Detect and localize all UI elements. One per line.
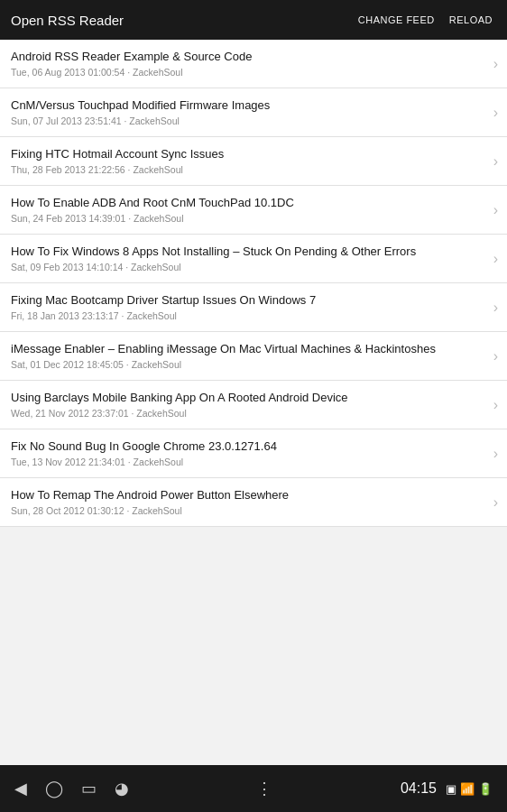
list-item[interactable]: How To Fix Windows 8 Apps Not Installing… bbox=[0, 235, 507, 283]
app-title: Open RSS Reader bbox=[11, 13, 124, 28]
screenshot-icon: ▣ bbox=[446, 782, 456, 796]
bottom-right: 04:15 ▣ 📶 🔋 bbox=[401, 780, 493, 797]
chevron-right-icon: › bbox=[493, 56, 498, 72]
feed-item-title: iMessage Enabler – Enabling iMessage On … bbox=[11, 342, 475, 357]
nav-icons: ◀ ◯ ▭ ◕ bbox=[14, 779, 129, 798]
chevron-right-icon: › bbox=[493, 251, 498, 267]
feed-item-title: Fixing HTC Hotmail Account Sync Issues bbox=[11, 147, 475, 162]
chevron-right-icon: › bbox=[493, 348, 498, 364]
feed-item-meta: Sat, 01 Dec 2012 18:45:05 · ZackehSoul bbox=[11, 359, 475, 370]
feed-item-title: How To Remap The Android Power Button El… bbox=[11, 488, 475, 503]
battery-icon: 🔋 bbox=[478, 782, 493, 796]
feed-item-title: Using Barclays Mobile Banking App On A R… bbox=[11, 391, 475, 406]
back-icon[interactable]: ◀ bbox=[14, 779, 27, 798]
top-bar: Open RSS Reader CHANGE FEED RELOAD bbox=[0, 0, 507, 40]
list-item[interactable]: iMessage Enabler – Enabling iMessage On … bbox=[0, 332, 507, 381]
recents-icon[interactable]: ▭ bbox=[81, 779, 97, 798]
list-item[interactable]: How To Enable ADB And Root CnM TouchPad … bbox=[0, 186, 507, 235]
bottom-bar: ◀ ◯ ▭ ◕ ⋮ 04:15 ▣ 📶 🔋 bbox=[0, 765, 507, 812]
status-icons: ▣ 📶 🔋 bbox=[446, 782, 493, 796]
list-item[interactable]: Fixing Mac Bootcamp Driver Startup Issue… bbox=[0, 283, 507, 332]
feed-list: Android RSS Reader Example & Source Code… bbox=[0, 40, 507, 765]
feed-item-title: Fixing Mac Bootcamp Driver Startup Issue… bbox=[11, 293, 475, 309]
feed-item-meta: Sun, 24 Feb 2013 14:39:01 · ZackehSoul bbox=[11, 213, 475, 224]
chevron-right-icon: › bbox=[493, 153, 498, 170]
list-item[interactable]: Fix No Sound Bug In Google Chrome 23.0.1… bbox=[0, 429, 507, 478]
list-item[interactable]: Fixing HTC Hotmail Account Sync IssuesTh… bbox=[0, 137, 507, 186]
change-feed-button[interactable]: CHANGE FEED bbox=[355, 11, 438, 29]
feed-item-meta: Sun, 28 Oct 2012 01:30:12 · ZackehSoul bbox=[11, 505, 475, 516]
feed-item-meta: Tue, 13 Nov 2012 21:34:01 · ZackehSoul bbox=[11, 457, 475, 467]
chevron-right-icon: › bbox=[493, 397, 498, 413]
chevron-right-icon: › bbox=[493, 202, 498, 218]
list-item[interactable]: CnM/Versus Touchpad Modified Firmware Im… bbox=[0, 88, 507, 137]
feed-item-meta: Sun, 07 Jul 2013 23:51:41 · ZackehSoul bbox=[11, 115, 475, 126]
feed-item-meta: Fri, 18 Jan 2013 23:13:17 · ZackehSoul bbox=[11, 310, 475, 321]
feed-item-meta: Wed, 21 Nov 2012 23:37:01 · ZackehSoul bbox=[11, 408, 475, 419]
list-item[interactable]: Android RSS Reader Example & Source Code… bbox=[0, 40, 507, 88]
chevron-right-icon: › bbox=[493, 494, 498, 511]
feed-item-title: CnM/Versus Touchpad Modified Firmware Im… bbox=[11, 98, 475, 114]
more-icon[interactable]: ⋮ bbox=[256, 779, 272, 798]
list-item[interactable]: How To Remap The Android Power Button El… bbox=[0, 478, 507, 527]
top-bar-actions: CHANGE FEED RELOAD bbox=[355, 11, 496, 29]
home-icon[interactable]: ◯ bbox=[45, 779, 63, 798]
chevron-right-icon: › bbox=[493, 446, 498, 462]
feed-item-title: How To Enable ADB And Root CnM TouchPad … bbox=[11, 196, 475, 211]
chevron-right-icon: › bbox=[493, 300, 498, 316]
chevron-right-icon: › bbox=[493, 105, 498, 121]
feed-item-meta: Thu, 28 Feb 2013 21:22:56 · ZackehSoul bbox=[11, 164, 475, 175]
feed-item-title: Fix No Sound Bug In Google Chrome 23.0.1… bbox=[11, 439, 475, 455]
feed-item-title: How To Fix Windows 8 Apps Not Installing… bbox=[11, 245, 475, 260]
reload-button[interactable]: RELOAD bbox=[446, 11, 496, 29]
bottom-center: ⋮ bbox=[256, 779, 272, 798]
feed-item-meta: Tue, 06 Aug 2013 01:00:54 · ZackehSoul bbox=[11, 67, 475, 78]
list-item[interactable]: Using Barclays Mobile Banking App On A R… bbox=[0, 381, 507, 429]
clock: 04:15 bbox=[401, 780, 437, 797]
feed-item-title: Android RSS Reader Example & Source Code bbox=[11, 50, 475, 65]
camera-icon[interactable]: ◕ bbox=[115, 779, 129, 798]
feed-item-meta: Sat, 09 Feb 2013 14:10:14 · ZackehSoul bbox=[11, 262, 475, 272]
wifi-icon: 📶 bbox=[460, 782, 475, 796]
